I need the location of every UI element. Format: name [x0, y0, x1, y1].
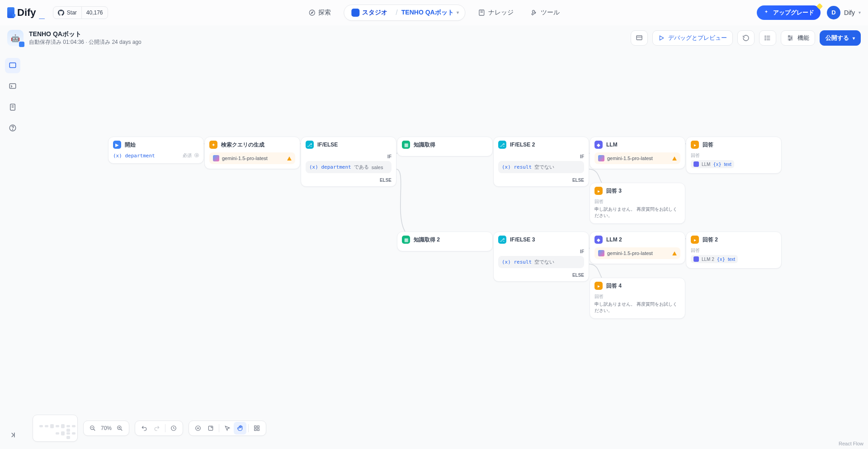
rail-prompt[interactable]	[5, 79, 20, 94]
organize-button[interactable]	[250, 422, 263, 435]
nav-tools[interactable]: ツール	[526, 6, 564, 19]
cursor-icon	[224, 425, 231, 431]
chevron-down-icon: ▾	[457, 10, 459, 15]
publish-button[interactable]: 公開する ▾	[820, 30, 861, 46]
breadcrumb-sep: /	[396, 9, 397, 17]
rail-collapse[interactable]	[5, 427, 20, 443]
rail-help[interactable]	[5, 120, 20, 136]
divider	[219, 424, 219, 432]
node-knowledge-2[interactable]: ▦知識取得 2	[397, 232, 493, 251]
node-title: 知識取得 2	[414, 236, 440, 244]
chevron-down-icon: ▾	[853, 36, 855, 41]
redo-button[interactable]	[151, 422, 163, 435]
add-note-button[interactable]	[204, 422, 217, 435]
node-answer-1[interactable]: ▸回答 回答 LLM {x} text	[686, 137, 782, 174]
node-title: IF/ELSE 2	[510, 142, 535, 148]
project-dropdown[interactable]: TENHO QAボット ▾	[401, 9, 462, 17]
model-name: gemini-1.5-pro-latest	[222, 156, 268, 161]
svg-point-11	[765, 36, 765, 36]
github-star-chip[interactable]: Star 40,176	[53, 6, 108, 19]
node-answer-2[interactable]: ▸回答 2 回答 LLM 2 {x} text	[686, 232, 782, 269]
studio-icon	[351, 9, 359, 17]
cond-var: result	[502, 259, 532, 265]
history-icon	[170, 425, 177, 431]
env-button[interactable]	[631, 30, 648, 46]
svg-rect-43	[257, 429, 259, 430]
svg-rect-40	[255, 426, 256, 428]
start-var: department	[113, 153, 155, 159]
rail-logs[interactable]	[5, 99, 20, 115]
node-answer-4[interactable]: ▸回答 4 回答 申し訳ありません。 再度質問をお試しください。	[590, 278, 685, 319]
workflow-canvas[interactable]: ▶開始 department 必須ⓐ ✦検索クエリの生成 gemini-1.5-…	[25, 25, 868, 449]
undo-button[interactable]	[138, 422, 151, 435]
workspace-menu[interactable]: D Dify ▾	[827, 6, 861, 19]
sparkle-icon	[763, 9, 769, 16]
node-ifelse-1[interactable]: ⎇IF/ELSE IF departmentであるsales ELSE	[301, 137, 396, 187]
warning-icon	[672, 251, 677, 255]
hand-tool[interactable]	[234, 422, 246, 435]
answer-icon: ▸	[691, 236, 699, 244]
nav-explore[interactable]: 探索	[304, 6, 335, 19]
rail-workflow[interactable]	[5, 58, 20, 73]
minimap[interactable]	[33, 415, 78, 442]
history-button[interactable]	[167, 422, 180, 435]
checklist-button[interactable]	[759, 30, 776, 46]
zoom-in-icon	[117, 425, 123, 431]
svg-line-32	[121, 429, 123, 431]
add-node-button[interactable]	[192, 422, 204, 435]
answer-icon: ▸	[594, 187, 603, 195]
node-ifelse-2[interactable]: ⎇IF/ELSE 2 IF result空でない ELSE	[493, 137, 589, 187]
svg-rect-20	[9, 63, 16, 68]
upgrade-button[interactable]: アップグレード	[757, 5, 821, 20]
app-chip[interactable]: 🤖 TENHO QAボット 自動保存済み 01:04:36 · 公開済み 24 …	[7, 30, 142, 46]
debug-preview-button[interactable]: デバッグとプレビュー	[652, 30, 733, 46]
node-generate-query[interactable]: ✦検索クエリの生成 gemini-1.5-pro-latest	[204, 137, 300, 169]
nav-studio[interactable]: スタジオ	[347, 7, 392, 19]
if-label: IF	[387, 154, 392, 159]
model-chip: gemini-1.5-pro-latest	[594, 152, 680, 164]
list-icon	[764, 34, 771, 42]
pointer-tool[interactable]	[221, 422, 234, 435]
zoom-in-button[interactable]	[113, 422, 126, 435]
node-knowledge-1[interactable]: ▦知識取得	[397, 137, 493, 156]
env-icon	[636, 34, 643, 42]
answer-src: LLM	[702, 162, 710, 167]
node-llm-1[interactable]: ◆LLM gemini-1.5-pro-latest	[590, 137, 685, 169]
node-start[interactable]: ▶開始 department 必須ⓐ	[108, 137, 204, 164]
reactflow-attribution[interactable]: React Flow	[839, 441, 863, 446]
knowledge-icon: ▦	[402, 141, 410, 149]
svg-point-0	[309, 10, 315, 15]
node-title: 回答 3	[606, 187, 622, 195]
top-nav: Dify_ Star 40,176 探索 スタジオ / TENHO QAボット …	[0, 0, 868, 25]
answer-src: LLM 2	[702, 257, 714, 262]
svg-point-26	[13, 129, 13, 130]
zoom-level[interactable]: 70%	[99, 425, 113, 431]
model-chip: gemini-1.5-pro-latest	[209, 152, 295, 164]
note-icon	[208, 425, 214, 431]
answer-header: 回答	[594, 199, 680, 205]
app-icon: 🤖	[7, 30, 24, 46]
cond-op: 空でない	[534, 164, 554, 170]
svg-marker-1	[311, 12, 313, 14]
layout-icon	[254, 425, 260, 431]
node-title: 知識取得	[414, 141, 435, 149]
logo[interactable]: Dify_	[7, 7, 45, 19]
restart-button[interactable]	[737, 30, 755, 46]
svg-point-13	[765, 39, 765, 40]
cond-var: result	[502, 164, 532, 170]
nav-tools-label: ツール	[541, 9, 560, 17]
divider	[248, 424, 249, 432]
play-icon	[658, 35, 665, 41]
studio-pill: スタジオ / TENHO QAボット ▾	[344, 5, 465, 21]
cond-op: である	[354, 164, 369, 170]
features-button[interactable]: 機能	[781, 30, 815, 46]
node-ifelse-3[interactable]: ⎇IF/ELSE 3 IF result空でない ELSE	[493, 232, 589, 282]
node-llm-2[interactable]: ◆LLM 2 gemini-1.5-pro-latest	[590, 232, 685, 264]
wrench-icon	[531, 9, 538, 16]
node-answer-3[interactable]: ▸回答 3 回答 申し訳ありません。 再度質問をお試しください。	[590, 183, 685, 224]
svg-point-12	[765, 38, 765, 38]
zoom-out-button[interactable]	[86, 422, 99, 435]
nav-knowledge[interactable]: ナレッジ	[474, 6, 518, 19]
if-label: IF	[580, 154, 584, 159]
svg-rect-41	[257, 426, 259, 428]
